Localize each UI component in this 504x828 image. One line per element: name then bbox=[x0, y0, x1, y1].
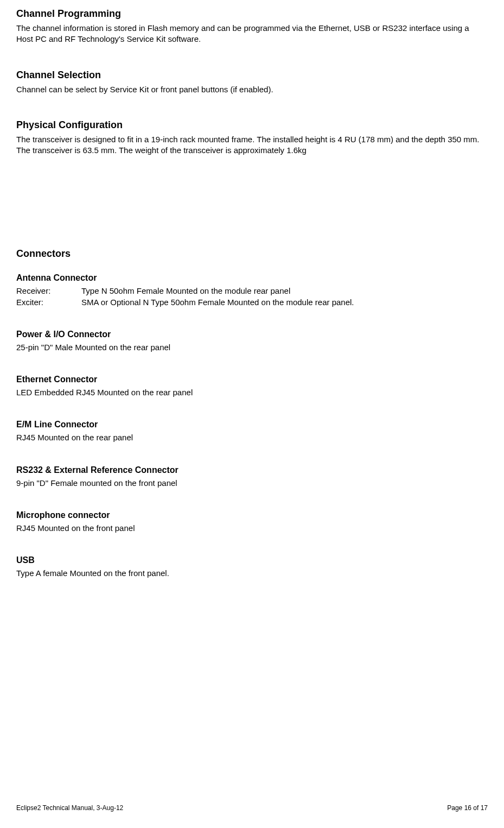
footer-right: Page 16 of 17 bbox=[447, 804, 488, 812]
heading-channel-selection: Channel Selection bbox=[16, 69, 488, 81]
body-rs232: 9-pin "D" Female mounted on the front pa… bbox=[16, 478, 488, 489]
section-channel-selection: Channel Selection Channel can be select … bbox=[16, 69, 488, 95]
section-connectors: Connectors Antenna Connector Receiver: T… bbox=[16, 248, 488, 579]
antenna-receiver-label: Receiver: bbox=[16, 286, 81, 296]
subsection-power-io: Power & I/O Connector 25-pin "D" Male Mo… bbox=[16, 330, 488, 353]
subsection-em-line: E/M Line Connector RJ45 Mounted on the r… bbox=[16, 420, 488, 443]
subsection-rs232: RS232 & External Reference Connector 9-p… bbox=[16, 465, 488, 489]
subsection-ethernet: Ethernet Connector LED Embedded RJ45 Mou… bbox=[16, 375, 488, 398]
heading-rs232: RS232 & External Reference Connector bbox=[16, 465, 488, 475]
heading-channel-programming: Channel Programming bbox=[16, 8, 488, 20]
antenna-exciter-value: SMA or Optional N Type 50ohm Female Moun… bbox=[81, 297, 354, 308]
page-footer: Eclipse2 Technical Manual, 3-Aug-12 Page… bbox=[16, 804, 488, 812]
antenna-receiver-value: Type N 50ohm Female Mounted on the modul… bbox=[81, 286, 290, 296]
heading-physical-configuration: Physical Configuration bbox=[16, 119, 488, 131]
section-channel-programming: Channel Programming The channel informat… bbox=[16, 8, 488, 45]
body-usb: Type A female Mounted on the front panel… bbox=[16, 568, 488, 579]
antenna-exciter-label: Exciter: bbox=[16, 297, 81, 308]
antenna-receiver-row: Receiver: Type N 50ohm Female Mounted on… bbox=[16, 286, 488, 296]
body-microphone: RJ45 Mounted on the front panel bbox=[16, 523, 488, 534]
footer-left: Eclipse2 Technical Manual, 3-Aug-12 bbox=[16, 804, 123, 812]
heading-microphone: Microphone connector bbox=[16, 510, 488, 520]
heading-em-line: E/M Line Connector bbox=[16, 420, 488, 429]
body-power-io: 25-pin "D" Male Mounted on the rear pane… bbox=[16, 342, 488, 353]
subsection-antenna: Antenna Connector Receiver: Type N 50ohm… bbox=[16, 273, 488, 308]
subsection-usb: USB Type A female Mounted on the front p… bbox=[16, 555, 488, 579]
heading-ethernet: Ethernet Connector bbox=[16, 375, 488, 384]
heading-power-io: Power & I/O Connector bbox=[16, 330, 488, 339]
body-channel-selection: Channel can be select by Service Kit or … bbox=[16, 84, 488, 95]
body-ethernet: LED Embedded RJ45 Mounted on the rear pa… bbox=[16, 387, 488, 398]
body-em-line: RJ45 Mounted on the rear panel bbox=[16, 432, 488, 443]
body-channel-programming: The channel information is stored in Fla… bbox=[16, 23, 488, 45]
subsection-microphone: Microphone connector RJ45 Mounted on the… bbox=[16, 510, 488, 534]
section-physical-configuration: Physical Configuration The transceiver i… bbox=[16, 119, 488, 156]
body-physical-configuration: The transceiver is designed to fit in a … bbox=[16, 134, 488, 156]
heading-connectors: Connectors bbox=[16, 248, 488, 260]
heading-antenna: Antenna Connector bbox=[16, 273, 488, 283]
antenna-exciter-row: Exciter: SMA or Optional N Type 50ohm Fe… bbox=[16, 297, 488, 308]
heading-usb: USB bbox=[16, 555, 488, 565]
document-content: Channel Programming The channel informat… bbox=[16, 0, 488, 579]
